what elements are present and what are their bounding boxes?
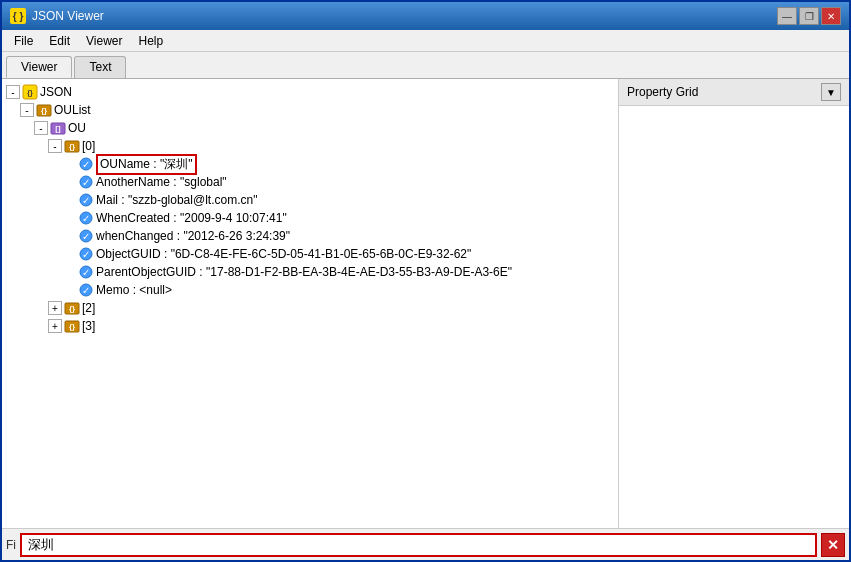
tree-row-memo[interactable]: ✓ Memo : <null>	[6, 281, 614, 299]
mail-check-icon: ✓	[78, 192, 94, 208]
tree-row-anothername[interactable]: ✓ AnotherName : "sglobal"	[6, 173, 614, 191]
svg-text:✓: ✓	[82, 267, 90, 278]
label-anothername: AnotherName : "sglobal"	[96, 175, 227, 189]
title-buttons: — ❐ ✕	[777, 7, 841, 25]
main-window: { } JSON Viewer — ❐ ✕ File Edit Viewer H…	[0, 0, 851, 562]
label-oulist: OUList	[54, 103, 91, 117]
svg-text:✓: ✓	[82, 177, 90, 188]
tree-row-item2[interactable]: + {} [2]	[6, 299, 614, 317]
window-title: JSON Viewer	[32, 9, 104, 23]
item2-icon: {}	[64, 300, 80, 316]
svg-text:✓: ✓	[82, 213, 90, 224]
menu-bar: File Edit Viewer Help	[2, 30, 849, 52]
svg-text:{}: {}	[69, 142, 75, 151]
item3-icon: {}	[64, 318, 80, 334]
anothername-check-icon: ✓	[78, 174, 94, 190]
tree-row-oulist[interactable]: - {} OUList	[6, 101, 614, 119]
label-json: JSON	[40, 85, 72, 99]
tab-viewer[interactable]: Viewer	[6, 56, 72, 78]
label-whencreated: WhenCreated : "2009-9-4 10:07:41"	[96, 211, 287, 225]
label-ouname: OUName : "深圳"	[96, 154, 197, 175]
menu-file[interactable]: File	[6, 32, 41, 50]
tree-row-whencreated[interactable]: ✓ WhenCreated : "2009-9-4 10:07:41"	[6, 209, 614, 227]
title-bar-left: { } JSON Viewer	[10, 8, 104, 24]
label-memo: Memo : <null>	[96, 283, 172, 297]
find-label: Fi	[6, 538, 16, 552]
main-content: - {} JSON - {} OUList - []	[2, 79, 849, 528]
bottom-bar: Fi ✕	[2, 528, 849, 560]
menu-edit[interactable]: Edit	[41, 32, 78, 50]
parentguid-check-icon: ✓	[78, 264, 94, 280]
close-button[interactable]: ✕	[821, 7, 841, 25]
toggle-item3[interactable]: +	[48, 319, 62, 333]
label-item0: [0]	[82, 139, 95, 153]
json-icon: {}	[22, 84, 38, 100]
app-icon: { }	[10, 8, 26, 24]
tree-row-objectguid[interactable]: ✓ ObjectGUID : "6D-C8-4E-FE-6C-5D-05-41-…	[6, 245, 614, 263]
svg-text:{}: {}	[41, 106, 47, 115]
toggle-oulist[interactable]: -	[20, 103, 34, 117]
svg-text:{}: {}	[69, 304, 75, 313]
toggle-json[interactable]: -	[6, 85, 20, 99]
property-grid-label: Property Grid	[627, 85, 698, 99]
tree-row-ouname[interactable]: ✓ OUName : "深圳"	[6, 155, 614, 173]
svg-text:✓: ✓	[82, 231, 90, 242]
property-dropdown-button[interactable]: ▼	[821, 83, 841, 101]
item0-icon: {}	[64, 138, 80, 154]
menu-viewer[interactable]: Viewer	[78, 32, 130, 50]
tab-text[interactable]: Text	[74, 56, 126, 78]
objectguid-check-icon: ✓	[78, 246, 94, 262]
svg-text:✓: ✓	[82, 159, 90, 170]
oulist-icon: {}	[36, 102, 52, 118]
tabs-bar: Viewer Text	[2, 52, 849, 79]
label-parentguid: ParentObjectGUID : "17-88-D1-F2-BB-EA-3B…	[96, 265, 512, 279]
svg-text:{}: {}	[27, 89, 33, 97]
title-bar: { } JSON Viewer — ❐ ✕	[2, 2, 849, 30]
label-item3: [3]	[82, 319, 95, 333]
find-input[interactable]	[20, 533, 817, 557]
label-whenchanged: whenChanged : "2012-6-26 3:24:39"	[96, 229, 290, 243]
toggle-item2[interactable]: +	[48, 301, 62, 315]
svg-text:✓: ✓	[82, 285, 90, 296]
tree-panel[interactable]: - {} JSON - {} OUList - []	[2, 79, 619, 528]
restore-button[interactable]: ❐	[799, 7, 819, 25]
ouname-check-icon: ✓	[78, 156, 94, 172]
label-objectguid: ObjectGUID : "6D-C8-4E-FE-6C-5D-05-41-B1…	[96, 247, 471, 261]
tree-row-item0[interactable]: - {} [0]	[6, 137, 614, 155]
property-header: Property Grid ▼	[619, 79, 849, 106]
svg-text:✓: ✓	[82, 249, 90, 260]
svg-text:[]: []	[55, 124, 61, 133]
minimize-button[interactable]: —	[777, 7, 797, 25]
svg-text:✓: ✓	[82, 195, 90, 206]
whenchanged-check-icon: ✓	[78, 228, 94, 244]
property-panel: Property Grid ▼	[619, 79, 849, 528]
svg-text:{}: {}	[69, 322, 75, 331]
find-clear-button[interactable]: ✕	[821, 533, 845, 557]
tree-row-ou[interactable]: - [] OU	[6, 119, 614, 137]
property-content	[619, 106, 849, 528]
ou-array-icon: []	[50, 120, 66, 136]
menu-help[interactable]: Help	[131, 32, 172, 50]
tree-row-json[interactable]: - {} JSON	[6, 83, 614, 101]
whencreated-check-icon: ✓	[78, 210, 94, 226]
label-ou: OU	[68, 121, 86, 135]
memo-check-icon: ✓	[78, 282, 94, 298]
tree-row-whenchanged[interactable]: ✓ whenChanged : "2012-6-26 3:24:39"	[6, 227, 614, 245]
label-mail: Mail : "szzb-global@lt.com.cn"	[96, 193, 257, 207]
label-item2: [2]	[82, 301, 95, 315]
tree-row-item3[interactable]: + {} [3]	[6, 317, 614, 335]
tree-row-mail[interactable]: ✓ Mail : "szzb-global@lt.com.cn"	[6, 191, 614, 209]
toggle-item0[interactable]: -	[48, 139, 62, 153]
toggle-ou[interactable]: -	[34, 121, 48, 135]
tree-row-parentguid[interactable]: ✓ ParentObjectGUID : "17-88-D1-F2-BB-EA-…	[6, 263, 614, 281]
